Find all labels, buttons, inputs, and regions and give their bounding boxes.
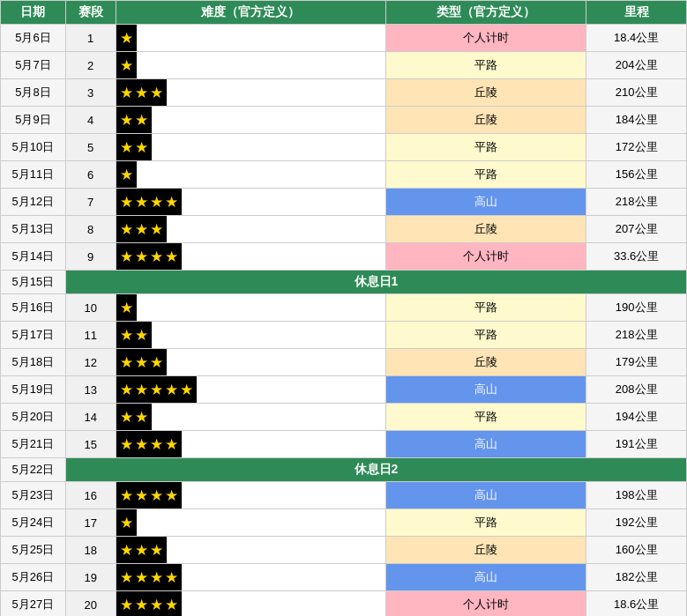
distance-cell: 184公里 bbox=[586, 107, 687, 134]
star-icon: ★ bbox=[135, 381, 148, 399]
stage-cell: 8 bbox=[65, 216, 116, 243]
header-difficulty: 难度（官方定义） bbox=[116, 1, 386, 25]
table-row: 5月27日20★★★★个人计时18.6公里 bbox=[1, 591, 687, 617]
type-cell: 高山 bbox=[386, 189, 586, 216]
date-cell: 5月25日 bbox=[1, 537, 66, 564]
stage-cell: 11 bbox=[65, 322, 116, 349]
star-icon: ★ bbox=[150, 541, 163, 560]
date-cell: 5月11日 bbox=[1, 161, 66, 189]
star-icon: ★ bbox=[135, 541, 148, 560]
star-icon: ★ bbox=[135, 353, 148, 372]
distance-cell: 218公里 bbox=[586, 322, 687, 349]
date-cell: 5月26日 bbox=[1, 564, 66, 591]
star-icon: ★ bbox=[120, 486, 133, 505]
date-cell: 5月21日 bbox=[1, 431, 66, 458]
main-container: 日期 赛段 难度（官方定义） 类型（官方定义） 里程 5月6日1★个人计时18.… bbox=[0, 0, 687, 616]
stage-cell: 4 bbox=[65, 107, 116, 134]
date-cell: 5月27日 bbox=[1, 591, 66, 617]
stage-cell: 17 bbox=[65, 509, 116, 537]
race-table: 日期 赛段 难度（官方定义） 类型（官方定义） 里程 5月6日1★个人计时18.… bbox=[0, 0, 687, 616]
distance-cell: 33.6公里 bbox=[586, 243, 687, 271]
distance-cell: 156公里 bbox=[586, 161, 687, 189]
star-icon: ★ bbox=[165, 193, 178, 212]
type-cell: 个人计时 bbox=[386, 25, 586, 52]
type-cell: 个人计时 bbox=[386, 591, 586, 617]
star-icon: ★ bbox=[120, 326, 133, 345]
distance-cell: 210公里 bbox=[586, 79, 687, 107]
stage-cell: 14 bbox=[65, 404, 116, 431]
difficulty-cell: ★★★★ bbox=[116, 189, 386, 216]
star-icon: ★ bbox=[165, 248, 178, 266]
star-icon: ★ bbox=[165, 381, 178, 399]
table-row: 5月6日1★个人计时18.4公里 bbox=[1, 25, 687, 52]
rest-day-date: 5月15日 bbox=[1, 271, 66, 294]
header-type: 类型（官方定义） bbox=[386, 1, 586, 25]
stage-cell: 6 bbox=[65, 161, 116, 189]
date-cell: 5月12日 bbox=[1, 189, 66, 216]
table-row: 5月23日16★★★★高山198公里 bbox=[1, 482, 687, 509]
difficulty-cell: ★ bbox=[116, 52, 386, 79]
difficulty-cell: ★ bbox=[116, 25, 386, 52]
star-icon: ★ bbox=[135, 193, 148, 212]
date-cell: 5月6日 bbox=[1, 25, 66, 52]
table-row: 5月21日15★★★★高山191公里 bbox=[1, 431, 687, 458]
stage-cell: 18 bbox=[65, 537, 116, 564]
star-icon: ★ bbox=[120, 596, 133, 614]
date-cell: 5月23日 bbox=[1, 482, 66, 509]
stage-cell: 10 bbox=[65, 294, 116, 322]
header-distance: 里程 bbox=[586, 1, 687, 25]
star-icon: ★ bbox=[120, 84, 133, 102]
rest-day-label: 休息日1 bbox=[65, 271, 686, 294]
star-icon: ★ bbox=[135, 596, 148, 614]
date-cell: 5月8日 bbox=[1, 79, 66, 107]
star-icon: ★ bbox=[150, 435, 163, 454]
difficulty-cell: ★ bbox=[116, 294, 386, 322]
type-cell: 高山 bbox=[386, 564, 586, 591]
star-icon: ★ bbox=[150, 486, 163, 505]
star-icon: ★ bbox=[165, 435, 178, 454]
difficulty-cell: ★ bbox=[116, 161, 386, 189]
stage-cell: 1 bbox=[65, 25, 116, 52]
date-cell: 5月9日 bbox=[1, 107, 66, 134]
difficulty-cell: ★★ bbox=[116, 134, 386, 161]
star-icon: ★ bbox=[120, 514, 133, 532]
distance-cell: 218公里 bbox=[586, 189, 687, 216]
stage-cell: 9 bbox=[65, 243, 116, 271]
distance-cell: 182公里 bbox=[586, 564, 687, 591]
distance-cell: 198公里 bbox=[586, 482, 687, 509]
difficulty-cell: ★★★★ bbox=[116, 243, 386, 271]
type-cell: 平路 bbox=[386, 52, 586, 79]
star-icon: ★ bbox=[135, 408, 148, 427]
table-row: 5月25日18★★★丘陵160公里 bbox=[1, 537, 687, 564]
type-cell: 高山 bbox=[386, 431, 586, 458]
star-icon: ★ bbox=[135, 84, 148, 102]
distance-cell: 194公里 bbox=[586, 404, 687, 431]
type-cell: 平路 bbox=[386, 322, 586, 349]
star-icon: ★ bbox=[120, 353, 133, 372]
table-row: 5月24日17★平路192公里 bbox=[1, 509, 687, 537]
star-icon: ★ bbox=[150, 353, 163, 372]
date-cell: 5月14日 bbox=[1, 243, 66, 271]
star-icon: ★ bbox=[120, 248, 133, 266]
star-icon: ★ bbox=[120, 435, 133, 454]
star-icon: ★ bbox=[150, 381, 163, 399]
type-cell: 高山 bbox=[386, 482, 586, 509]
table-row: 5月11日6★平路156公里 bbox=[1, 161, 687, 189]
table-row: 5月8日3★★★丘陵210公里 bbox=[1, 79, 687, 107]
type-cell: 丘陵 bbox=[386, 107, 586, 134]
stage-cell: 2 bbox=[65, 52, 116, 79]
star-icon: ★ bbox=[120, 29, 133, 48]
star-icon: ★ bbox=[165, 596, 178, 614]
difficulty-cell: ★★★ bbox=[116, 79, 386, 107]
star-icon: ★ bbox=[135, 568, 148, 587]
stage-cell: 15 bbox=[65, 431, 116, 458]
distance-cell: 190公里 bbox=[586, 294, 687, 322]
difficulty-cell: ★★ bbox=[116, 322, 386, 349]
star-icon: ★ bbox=[120, 568, 133, 587]
rest-day-date: 5月22日 bbox=[1, 458, 66, 482]
difficulty-cell: ★★★★★ bbox=[116, 376, 386, 404]
table-row: 5月7日2★平路204公里 bbox=[1, 52, 687, 79]
distance-cell: 191公里 bbox=[586, 431, 687, 458]
type-cell: 个人计时 bbox=[386, 243, 586, 271]
table-row: 5月18日12★★★丘陵179公里 bbox=[1, 349, 687, 376]
